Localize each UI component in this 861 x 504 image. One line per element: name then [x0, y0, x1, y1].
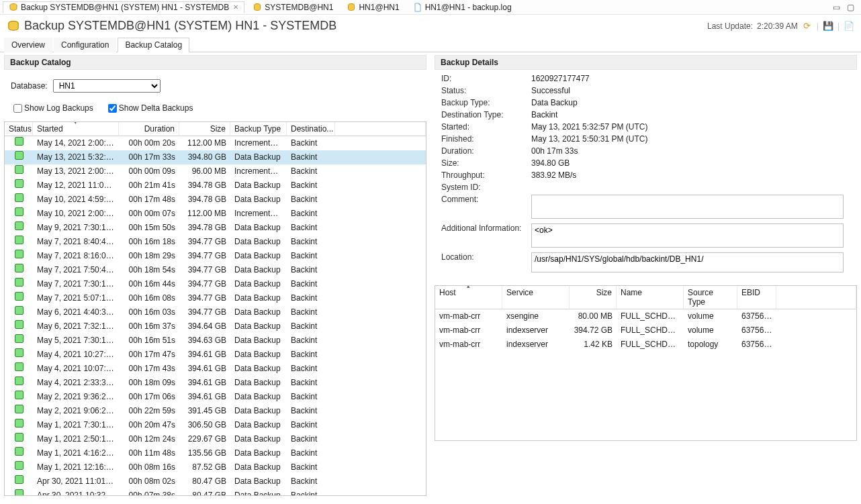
save-icon[interactable]: 💾 [823, 21, 833, 32]
table-row-duration[interactable]: 00h 07m 38s [119, 489, 179, 495]
table-row-type[interactable]: Data Backup [230, 150, 287, 164]
col-destination[interactable]: Destinatio... [287, 122, 335, 136]
table-row-type[interactable]: Data Backup [230, 446, 287, 460]
table-row-size[interactable]: 394.63 GB [179, 334, 230, 348]
table-row-dest[interactable]: Backint [287, 179, 335, 193]
parts-row-ebid[interactable]: 637565... [737, 338, 776, 352]
table-row-status[interactable] [5, 179, 33, 193]
table-row-duration[interactable]: 00h 15m 50s [119, 221, 179, 235]
table-row-status[interactable] [5, 432, 33, 446]
table-row-dest[interactable]: Backint [287, 136, 335, 150]
table-row-started[interactable]: May 4, 2021 10:07:13... [33, 362, 119, 376]
table-row-dest[interactable]: Backint [287, 362, 335, 376]
mcol-name[interactable]: Name [617, 286, 684, 309]
table-row-status[interactable] [5, 193, 33, 207]
subtab-backup-catalog[interactable]: Backup Catalog [118, 38, 189, 52]
table-row-dest[interactable]: Backint [287, 207, 335, 221]
table-row-started[interactable]: May 7, 2021 7:30:13 ... [33, 277, 119, 291]
table-row-size[interactable]: 80.47 GB [179, 474, 230, 489]
subtab-overview[interactable]: Overview [4, 38, 52, 52]
refresh-icon[interactable]: ⟳ [802, 21, 813, 32]
parts-row-host[interactable]: vm-mab-crr [435, 309, 502, 323]
table-row-dest[interactable]: Backint [287, 277, 335, 291]
action-icon[interactable]: 📄 [844, 21, 854, 32]
table-row-type[interactable]: Data Backup [230, 390, 287, 404]
table-row-status[interactable] [5, 207, 33, 221]
table-row-started[interactable]: May 14, 2021 2:00:13... [33, 136, 119, 150]
table-row-started[interactable]: May 2, 2021 9:36:20 ... [33, 390, 119, 404]
table-row-duration[interactable]: 00h 16m 08s [119, 291, 179, 305]
parts-row-service[interactable]: xsengine [502, 309, 570, 323]
table-row-size[interactable]: 394.77 GB [179, 277, 230, 291]
table-row-duration[interactable]: 00h 17m 47s [119, 348, 179, 362]
table-row-type[interactable]: Data Backup [230, 376, 287, 390]
mcol-host[interactable]: ▴Host [435, 286, 502, 309]
tab-systemdb-hn1[interactable]: SYSTEMDB@HN1 [247, 2, 338, 13]
table-row-type[interactable]: Data Backup [230, 418, 287, 432]
table-row-type[interactable]: Data Backup [230, 362, 287, 376]
table-row-started[interactable]: May 1, 2021 7:30:14 ... [33, 418, 119, 432]
table-row-type[interactable]: Data Backup [230, 193, 287, 207]
table-row-size[interactable]: 135.56 GB [179, 446, 230, 460]
table-row-size[interactable]: 394.78 GB [179, 221, 230, 235]
table-row-size[interactable]: 394.61 GB [179, 376, 230, 390]
table-row-dest[interactable]: Backint [287, 474, 335, 489]
table-row-status[interactable] [5, 136, 33, 150]
table-row-dest[interactable]: Backint [287, 376, 335, 390]
table-row-size[interactable]: 112.00 MB [179, 207, 230, 221]
table-row-status[interactable] [5, 150, 33, 164]
table-row-started[interactable]: May 1, 2021 4:16:24 ... [33, 446, 119, 460]
table-row-type[interactable]: Data Backup [230, 291, 287, 305]
table-row-dest[interactable]: Backint [287, 348, 335, 362]
table-row-started[interactable]: May 4, 2021 2:33:39 ... [33, 376, 119, 390]
table-row-status[interactable] [5, 235, 33, 249]
parts-row-host[interactable]: vm-mab-crr [435, 338, 502, 352]
tab-hn1-hn1[interactable]: HN1@HN1 [341, 2, 404, 13]
col-duration[interactable]: Duration [119, 122, 179, 136]
table-row-duration[interactable]: 00h 16m 44s [119, 277, 179, 291]
table-row-duration[interactable]: 00h 08m 02s [119, 474, 179, 489]
mcol-ebid[interactable]: EBID [737, 286, 776, 309]
table-row-dest[interactable]: Backint [287, 249, 335, 263]
table-row-started[interactable]: May 13, 2021 2:00:13... [33, 164, 119, 179]
table-row-duration[interactable]: 00h 18m 09s [119, 376, 179, 390]
table-row-dest[interactable]: Backint [287, 446, 335, 460]
maximize-icon[interactable]: ▢ [847, 3, 854, 12]
table-row-status[interactable] [5, 305, 33, 319]
parts-row-size[interactable]: 80.00 MB [570, 309, 617, 323]
tab-backup-systemdb[interactable]: Backup SYSTEMDB@HN1 (SYSTEM) HN1 - SYSTE… [3, 1, 244, 13]
table-row-duration[interactable]: 00h 17m 43s [119, 362, 179, 376]
table-row-dest[interactable]: Backint [287, 390, 335, 404]
table-row-duration[interactable]: 00h 00m 09s [119, 164, 179, 179]
table-row-started[interactable]: May 7, 2021 7:50:48 ... [33, 263, 119, 277]
table-row-status[interactable] [5, 404, 33, 418]
table-row-dest[interactable]: Backint [287, 334, 335, 348]
table-row-status[interactable] [5, 489, 33, 495]
table-row-duration[interactable]: 00h 12m 24s [119, 432, 179, 446]
table-row-type[interactable]: Data Backup [230, 489, 287, 495]
table-row-started[interactable]: Apr 30, 2021 11:01:3... [33, 474, 119, 489]
database-select[interactable]: HN1 [53, 79, 161, 93]
table-row-status[interactable] [5, 376, 33, 390]
table-row-dest[interactable]: Backint [287, 291, 335, 305]
parts-row-source-type[interactable]: topology [684, 338, 737, 352]
show-log-backups-checkbox[interactable]: Show Log Backups [11, 102, 93, 115]
table-row-size[interactable]: 306.50 GB [179, 418, 230, 432]
table-row-started[interactable]: May 10, 2021 2:00:14... [33, 207, 119, 221]
table-row-size[interactable]: 96.00 MB [179, 164, 230, 179]
table-row-duration[interactable]: 00h 16m 37s [119, 319, 179, 334]
parts-row-size[interactable]: 394.72 GB [570, 323, 617, 338]
table-row-dest[interactable]: Backint [287, 418, 335, 432]
table-row-started[interactable]: May 9, 2021 7:30:13 ... [33, 221, 119, 235]
table-row-dest[interactable]: Backint [287, 432, 335, 446]
parts-row-source-type[interactable]: volume [684, 309, 737, 323]
table-row-size[interactable]: 394.77 GB [179, 305, 230, 319]
table-row-status[interactable] [5, 319, 33, 334]
table-row-dest[interactable]: Backint [287, 235, 335, 249]
table-row-status[interactable] [5, 263, 33, 277]
table-row-status[interactable] [5, 460, 33, 474]
col-started[interactable]: ▾Started [33, 122, 119, 136]
catalog-rows-viewport[interactable]: May 14, 2021 2:00:13...00h 00m 20s112.00… [5, 136, 426, 495]
table-row-size[interactable]: 391.45 GB [179, 404, 230, 418]
table-row-started[interactable]: May 10, 2021 4:59:10... [33, 193, 119, 207]
